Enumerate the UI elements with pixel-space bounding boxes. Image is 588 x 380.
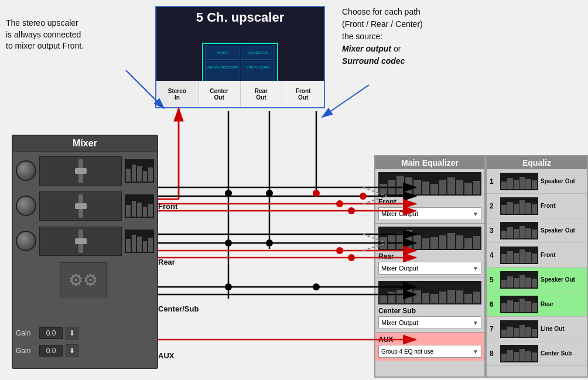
fader-handle-2[interactable] (75, 203, 87, 209)
eq-dropdown-aux-value: Group 4 EQ not use (381, 348, 433, 355)
right-eq-mini-bars-8 (500, 345, 538, 362)
right-eq-num-6: 6 (490, 300, 498, 309)
main-eq-panel: Main Equalizer Front Mixer Output (374, 155, 486, 378)
right-eq-num-1: 1 (490, 177, 498, 186)
eq-section-center-sub: Center Sub Mixer Output ▼ (375, 278, 484, 333)
eq-section-front: Front Mixer Output ▼ (375, 169, 484, 224)
mixer-fader-3[interactable] (39, 227, 122, 256)
right-eq-num-7: 7 (490, 325, 498, 333)
gain-down-btn-1[interactable]: ⬇ (66, 327, 78, 340)
mixer-panel: Mixer (12, 135, 158, 369)
svg-point-28 (266, 239, 273, 247)
eq-dropdown-aux-arrow: ▼ (473, 348, 478, 355)
eq-label-center-sub: Center Sub (378, 307, 481, 315)
right-eq-item-4: 4 Front (487, 243, 587, 268)
annotation-mixer-output: Mixer output (342, 44, 391, 53)
right-eq-mini-bars-2 (500, 197, 538, 215)
right-eq-mini-bars-6 (500, 296, 538, 313)
mixer-channels (13, 152, 157, 260)
fader-bar-3 (78, 230, 83, 253)
eq-dropdown-rear-value: Mixer Output (381, 265, 418, 272)
chip-block-4: SPDIF\nCORE (241, 61, 275, 75)
mixer-gain-section: Gain 0.0 ⬇ Gain 0.0 ⬇ (16, 327, 154, 362)
gain-label-1: Gain (16, 329, 36, 337)
eq-dropdown-center-sub-value: Mixer Output (381, 319, 418, 326)
eq-bars-front (378, 172, 481, 196)
mixer-knob-1[interactable] (16, 160, 36, 181)
eq-section-rear: Rear Mixer Output ▼ (375, 224, 484, 278)
eq-dropdown-rear[interactable]: Mixer Output ▼ (378, 262, 481, 275)
annotation-right-line2: (Front / Rear / Center) (342, 19, 423, 29)
eq-label-front: Front (378, 198, 481, 206)
channel-eq-bars-1 (125, 159, 154, 183)
right-eq-label-1: Speaker Out (541, 178, 575, 185)
right-eq-mini-bars-4 (500, 247, 538, 264)
eq-bars-rear (378, 227, 481, 250)
gain-row-1: Gain 0.0 ⬇ (16, 327, 154, 340)
channel-label-rear: Rear (158, 258, 175, 266)
right-eq-item-6: 6 Rear (487, 292, 587, 317)
svg-point-22 (313, 190, 320, 197)
right-eq-label-5: Speaker Out (541, 276, 575, 283)
svg-point-30 (336, 247, 343, 254)
fader-handle-3[interactable] (75, 238, 87, 244)
mixer-channel-1 (16, 155, 154, 187)
eq-section-aux: AUX Group 4 EQ not use ▼ (375, 333, 484, 361)
gain-down-btn-2[interactable]: ⬇ (66, 344, 78, 357)
chip-block-1: MIXER (205, 46, 240, 60)
fader-handle-1[interactable] (75, 168, 87, 174)
right-eq-item-2: 2 Front (487, 194, 587, 218)
chip-block-2: EQ\nDECOD (241, 46, 275, 60)
fader-bar-1 (78, 159, 83, 183)
mixer-knob-3[interactable] (16, 231, 36, 251)
svg-point-36 (225, 283, 232, 290)
annotation-right-line1: Choose for each path (342, 7, 421, 16)
eq-dropdown-center-sub-arrow: ▼ (473, 320, 478, 326)
upscaler-title: 5 Ch. upscaler (156, 7, 324, 28)
eq-dropdown-front[interactable]: Mixer Output ▼ (378, 207, 481, 220)
mixer-gear-area[interactable]: ⚙⚙ (60, 262, 107, 297)
svg-point-37 (313, 283, 320, 290)
right-eq-mini-bars-1 (500, 173, 538, 190)
right-eq-num-2: 2 (490, 202, 498, 210)
right-eq-label-3: Speaker Out (541, 227, 575, 234)
right-eq-label-2: Front (541, 203, 556, 210)
mixer-fader-2[interactable] (39, 191, 122, 221)
right-eq-num-4: 4 (490, 251, 498, 259)
port-stereo-in: StereoIn (156, 81, 199, 107)
right-eq-panel: Equaliz 1 Speaker Out 2 (486, 155, 588, 378)
annotation-left-text: The stereo upscaler is allways connected… (6, 18, 84, 50)
mixer-channel-2 (16, 190, 154, 222)
mixer-channel-3 (16, 225, 154, 257)
mixer-knob-2[interactable] (16, 196, 36, 216)
eq-dropdown-front-arrow: ▼ (473, 211, 478, 217)
right-eq-mini-bars-7 (500, 320, 538, 338)
eq-dropdown-center-sub[interactable]: Mixer Output ▼ (378, 316, 481, 329)
gain-value-1: 0.0 (39, 327, 63, 339)
svg-point-26 (336, 200, 343, 207)
right-eq-label-6: Rear (541, 301, 553, 308)
annotation-or: or (391, 44, 401, 53)
eq-dropdown-aux[interactable]: Group 4 EQ not use ▼ (378, 345, 481, 358)
right-eq-num-3: 3 (490, 227, 498, 235)
channel-label-aux: AUX (158, 351, 174, 360)
right-eq-item-1: 1 Speaker Out (487, 169, 587, 194)
right-eq-item-5: 5 Speaker Out (487, 268, 587, 292)
annotation-right-line3: the source: (342, 32, 382, 41)
svg-point-25 (360, 193, 367, 200)
svg-point-23 (266, 190, 273, 197)
eq-label-rear: Rear (378, 252, 481, 261)
right-eq-label-8: Center Sub (541, 350, 572, 357)
eq-dropdown-rear-arrow: ▼ (473, 265, 478, 272)
right-eq-title: Equaliz (487, 156, 587, 169)
right-eq-label-4: Front (541, 252, 556, 259)
upscaler-ports: StereoIn CenterOut RearOut FrontOut (156, 81, 324, 107)
eq-label-aux: AUX (378, 336, 481, 344)
chip-block-3: VIDEO\nDECODER (205, 61, 240, 75)
port-rear-out: RearOut (241, 81, 283, 107)
svg-line-1 (322, 85, 369, 117)
mixer-fader-1[interactable] (39, 156, 122, 186)
annotation-right: Choose for each path (Front / Rear / Cen… (342, 6, 459, 67)
channel-eq-bars-2 (125, 194, 154, 218)
right-eq-label-7: Line Out (541, 326, 565, 333)
